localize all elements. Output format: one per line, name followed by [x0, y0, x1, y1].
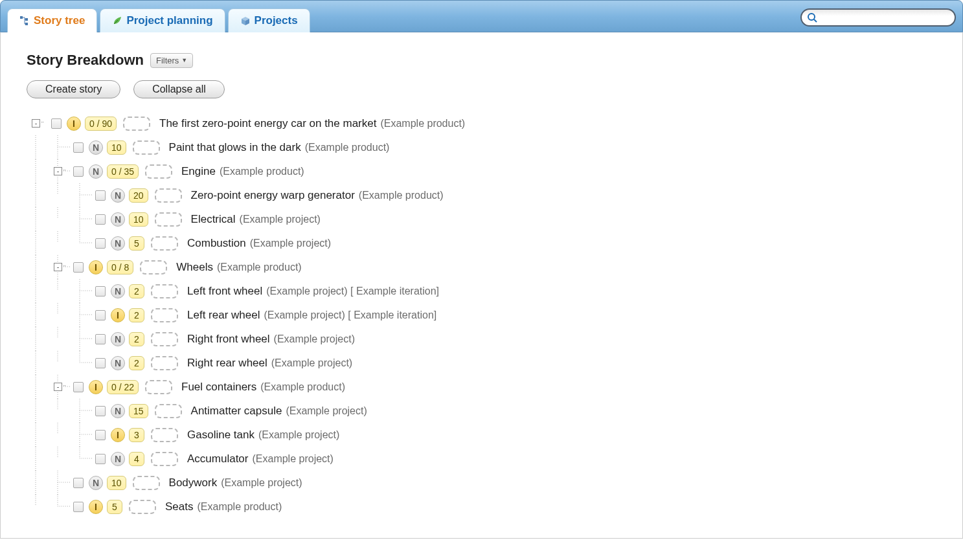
story-checkbox[interactable]: [95, 190, 106, 201]
story-title[interactable]: Engine: [181, 165, 216, 178]
expander[interactable]: -: [54, 383, 62, 391]
tree-node[interactable]: N15Antimatter capsule(Example project): [29, 399, 936, 423]
story-checkbox[interactable]: [95, 238, 106, 249]
story-context: (Example product): [197, 501, 282, 513]
tree-indent: [73, 183, 95, 207]
filters-button[interactable]: Filters ▼: [150, 53, 193, 68]
drop-target[interactable]: [155, 404, 182, 418]
tab-project-planning[interactable]: Project planning: [100, 8, 225, 32]
story-title[interactable]: Left front wheel: [187, 285, 262, 298]
tree-node[interactable]: -··I0 / 22Fuel containers(Example produc…: [29, 375, 936, 399]
story-checkbox[interactable]: [51, 118, 62, 129]
tree-node[interactable]: N5Combustion(Example project): [29, 231, 936, 255]
page-header: Story Breakdown Filters ▼: [27, 52, 936, 69]
search-input[interactable]: [817, 12, 949, 23]
story-points-badge: 0 / 35: [107, 164, 139, 179]
drop-target[interactable]: [140, 260, 167, 274]
drop-target[interactable]: [151, 428, 178, 442]
story-checkbox[interactable]: [73, 166, 84, 177]
tree-node[interactable]: -··N0 / 35Engine(Example product): [29, 159, 936, 183]
story-points-badge: 0 / 8: [107, 260, 133, 274]
tree-dots: ··: [63, 166, 65, 174]
search-box[interactable]: [800, 8, 956, 27]
story-checkbox[interactable]: [73, 142, 84, 153]
story-title[interactable]: Electrical: [191, 213, 236, 226]
drop-target[interactable]: [151, 332, 178, 346]
story-title[interactable]: Antimatter capsule: [191, 405, 282, 418]
drop-target[interactable]: [145, 380, 172, 394]
drop-target[interactable]: [151, 308, 178, 322]
story-checkbox[interactable]: [95, 430, 106, 440]
filters-label: Filters: [156, 56, 179, 65]
story-title[interactable]: The first zero-point energy car on the m…: [159, 117, 376, 130]
chevron-down-icon: ▼: [181, 57, 187, 63]
drop-target[interactable]: [151, 452, 178, 466]
story-title[interactable]: Seats: [165, 500, 193, 513]
story-points-badge: 20: [129, 188, 148, 203]
story-checkbox[interactable]: [95, 334, 106, 344]
tree-node[interactable]: I5Seats(Example product): [29, 495, 936, 519]
story-checkbox[interactable]: [95, 406, 106, 416]
story-title[interactable]: Wheels: [176, 261, 213, 274]
tree-indent: [29, 471, 51, 495]
tree-node[interactable]: I2Left rear wheel(Example project) [ Exa…: [29, 303, 936, 327]
tab-projects[interactable]: Projects: [228, 8, 310, 32]
tree-node[interactable]: -··I0 / 8Wheels(Example product): [29, 255, 936, 279]
expander[interactable]: -: [32, 119, 40, 128]
tree-node[interactable]: -··I0 / 90The first zero-point energy ca…: [29, 111, 936, 135]
story-checkbox[interactable]: [95, 358, 106, 368]
story-type-badge: N: [111, 356, 125, 370]
tree-indent: [51, 423, 73, 447]
story-points-badge: 10: [129, 212, 148, 227]
story-title[interactable]: Zero-point energy warp generator: [191, 189, 355, 202]
drop-target[interactable]: [145, 164, 172, 179]
story-checkbox[interactable]: [95, 454, 106, 464]
tree-node[interactable]: N4Accumulator(Example project): [29, 447, 936, 471]
tree-node[interactable]: N2Left front wheel(Example project) [ Ex…: [29, 279, 936, 303]
story-title[interactable]: Accumulator: [187, 453, 248, 465]
tree-node[interactable]: I3Gasoline tank(Example project): [29, 423, 936, 447]
story-checkbox[interactable]: [95, 214, 106, 225]
tree-node[interactable]: N10Electrical(Example project): [29, 207, 936, 231]
drop-target[interactable]: [151, 356, 178, 370]
story-checkbox[interactable]: [95, 286, 106, 297]
expander[interactable]: -: [54, 263, 62, 271]
drop-target[interactable]: [151, 236, 178, 251]
drop-target[interactable]: [133, 140, 160, 155]
tree-indent: [29, 495, 51, 519]
story-checkbox[interactable]: [73, 382, 84, 392]
story-title[interactable]: Combustion: [187, 237, 246, 250]
story-checkbox[interactable]: [73, 262, 84, 273]
drop-target[interactable]: [133, 476, 160, 490]
story-title[interactable]: Left rear wheel: [187, 309, 260, 322]
story-title[interactable]: Right front wheel: [187, 333, 270, 346]
story-title[interactable]: Gasoline tank: [187, 429, 255, 442]
collapse-all-button[interactable]: Collapse all: [133, 80, 225, 98]
button-label: Collapse all: [152, 84, 206, 95]
story-checkbox[interactable]: [73, 478, 84, 488]
drop-target[interactable]: [123, 117, 150, 131]
tree-indent: [29, 231, 51, 255]
story-title[interactable]: Fuel containers: [181, 381, 256, 394]
tree-node[interactable]: N10Bodywork(Example project): [29, 471, 936, 495]
story-title[interactable]: Bodywork: [169, 476, 218, 489]
tree-indent: [29, 207, 51, 231]
expander[interactable]: -: [54, 167, 62, 175]
tree-node[interactable]: N2Right rear wheel(Example project): [29, 351, 936, 375]
drop-target[interactable]: [129, 500, 156, 514]
tree-icon: [19, 16, 30, 26]
drop-target[interactable]: [151, 284, 178, 298]
tree-node[interactable]: N10Paint that glows in the dark(Example …: [29, 135, 936, 159]
story-points-badge: 4: [129, 452, 144, 466]
drop-target[interactable]: [155, 188, 182, 203]
story-checkbox[interactable]: [95, 310, 106, 320]
tree-node[interactable]: N2Right front wheel(Example project): [29, 327, 936, 351]
tab-story-tree[interactable]: Story tree: [7, 8, 97, 32]
create-story-button[interactable]: Create story: [27, 80, 120, 98]
story-title[interactable]: Paint that glows in the dark: [169, 141, 301, 154]
story-title[interactable]: Right rear wheel: [187, 357, 267, 370]
story-checkbox[interactable]: [73, 502, 84, 512]
drop-target[interactable]: [155, 212, 182, 227]
tree-node[interactable]: N20Zero-point energy warp generator(Exam…: [29, 183, 936, 207]
tab-label: Story tree: [34, 14, 85, 27]
